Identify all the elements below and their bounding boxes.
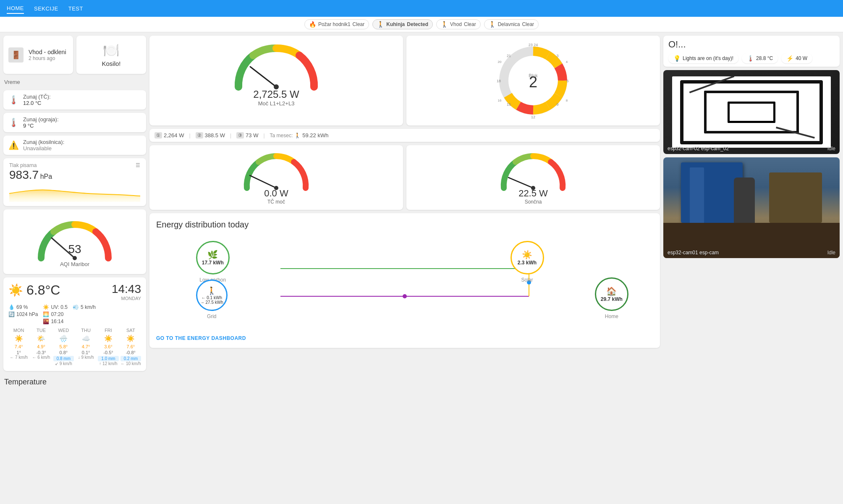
temp-zunaj-ograja[interactable]: 🌡️ Zunaj (ograja): 9 °C — [3, 113, 146, 132]
pressure-detail-icon: 🔄 — [8, 311, 15, 317]
svg-text:4: 4 — [566, 60, 568, 64]
weather-time: 14:43 — [112, 282, 141, 296]
camera-2-status: Idle — [827, 250, 835, 256]
forecast-tue: TUE 🌤️ 4.9° -0.3° ← 6 km/h — [31, 328, 51, 366]
main-power-gauge — [230, 41, 322, 95]
wind-val: 5 km/h — [81, 304, 96, 310]
aqi-card[interactable]: 53 AQI Maribor — [3, 209, 146, 274]
pressure-value-row: 983.7 hPa — [9, 168, 140, 182]
uv-icon: ☀️ — [43, 304, 49, 310]
svg-text:9: 9 — [556, 102, 558, 107]
sunset-val: 16:14 — [51, 319, 63, 324]
svg-text:12: 12 — [531, 115, 535, 119]
power-stat-l1: ① 2,264 W — [154, 132, 184, 138]
svg-line-22 — [508, 178, 533, 188]
thermometer-icon-1: 🌡️ — [8, 95, 19, 105]
warning-icon: ⚠️ — [8, 140, 19, 150]
phase2-icon: ② — [196, 132, 203, 138]
forecast-fri: FRI ☀️ 3.6° -0.5° 1.0 mm ↑ 12 km/h — [98, 328, 118, 366]
camera-2-image — [663, 157, 840, 258]
go-energy-link[interactable]: GO TO THE ENERGY DASHBOARD — [156, 335, 246, 341]
weather-card[interactable]: ☀️ 6.8°C 14:43 MONDAY 💧 69 % 🔄 1024 h — [3, 277, 146, 371]
camera-1-image — [663, 70, 840, 154]
power-pill-label: 40 W — [796, 55, 807, 61]
temp-info-2: Zunaj (ograja): 9 °C — [23, 116, 59, 129]
temp-zunaj-tc[interactable]: 🌡️ Zunaj (TČ): 12.0 °C — [3, 90, 146, 110]
kosilo-card[interactable]: 🍽️ Kosilo! — [76, 36, 146, 74]
phase1-icon: ① — [154, 132, 162, 138]
sensor-delavnica-status: Clear — [522, 21, 534, 27]
sunrise-val: 07:20 — [51, 311, 63, 317]
svg-text:8: 8 — [566, 99, 568, 102]
pressure-unit: hPa — [40, 173, 52, 180]
power-stat-l3-val: 73 W — [246, 132, 258, 138]
sensor-vhod[interactable]: 🚶 Vhod Clear — [436, 19, 481, 29]
weather-top: ☀️ 6.8°C 14:43 MONDAY — [8, 282, 141, 301]
nav-sekcije[interactable]: SEKCIJE — [34, 4, 58, 13]
svg-point-27 — [403, 294, 407, 298]
sensor-pozar[interactable]: 🔥 Požar hodnik1 Clear — [304, 19, 369, 29]
main-power-value: 2,725.5 W — [253, 89, 299, 100]
camera-card-2[interactable]: esp32-cam01 esp-cam Idle — [663, 157, 840, 258]
sensor-delavnica[interactable]: 🚶 Delavnica Clear — [484, 19, 539, 29]
clock-card[interactable]: 23 24 6 12 18 3 9 15 21 4 8 16 20 — [406, 36, 660, 125]
energy-dist-title: Energy distribution today — [156, 220, 653, 230]
svg-text:15: 15 — [507, 102, 511, 107]
energy-dist-card[interactable]: Energy distribution today 🌿 17.7 — [149, 213, 660, 348]
sensor-pozar-status: Clear — [353, 21, 365, 27]
weather-temp: 6.8°C — [26, 282, 60, 298]
soncna-card[interactable]: 22.5 W Sončna — [406, 145, 660, 210]
thermometer-icon-2: 🌡️ — [8, 118, 19, 128]
power-stat-l2-val: 388.5 W — [205, 132, 225, 138]
pressure-card[interactable]: Tlak pisarna ☰ 983.7 hPa — [3, 158, 146, 206]
main-power-card[interactable]: 2,725.5 W Moč L1+L2+L3 — [149, 36, 403, 125]
power-stat-month-val: 59.22 kWh — [302, 132, 328, 138]
light-icon: 💡 — [673, 55, 681, 62]
power-stats-row: ① 2,264 W | ② 388.5 W | ③ 73 W | Ta mese… — [149, 129, 660, 142]
status-pill-temp: 🌡️ 28.8 °C — [742, 53, 778, 63]
clock-radial-svg: 23 24 6 12 18 3 9 15 21 4 8 16 20 — [493, 41, 573, 120]
solar-label: Solar — [521, 277, 533, 283]
nav-home[interactable]: HOME — [7, 3, 24, 14]
walk-icon-3: 🚶 — [489, 21, 496, 28]
forecast-thu: THU ☁️ 4.7° 0.1° ↓ 9 km/h — [76, 328, 96, 366]
sensor-kuhinja-status: Detected — [407, 21, 428, 27]
entry-info: Vhod - odkleni 2 hours ago — [29, 49, 66, 61]
fire-icon: 🔥 — [309, 21, 316, 28]
svg-text:3: 3 — [556, 54, 558, 58]
svg-text:53: 53 — [68, 243, 81, 256]
lights-label: Lights are on (it's day)! — [683, 55, 733, 61]
temp-info-1: Zunaj (TČ): 12.0 °C — [23, 94, 51, 106]
tc-moc-card[interactable]: 0.0 W TČ moč — [149, 145, 403, 210]
power-stat-l1-val: 2,264 W — [164, 132, 184, 138]
pressure-detail-val: 1024 hPa — [16, 311, 38, 317]
soncna-label: Sončna — [518, 199, 548, 205]
entry-icon: 🚪 — [8, 47, 24, 63]
svg-text:20: 20 — [498, 60, 502, 64]
entry-card[interactable]: 🚪 Vhod - odkleni 2 hours ago — [3, 36, 73, 74]
bolt-icon: ⚡ — [786, 55, 793, 62]
small-gauge-row: 0.0 W TČ moč 22.5 W Sončna — [149, 145, 660, 210]
energy-lines-svg — [156, 236, 653, 329]
camera-2-label: esp32-cam01 esp-cam — [668, 250, 719, 256]
kosilo-label: Kosilo! — [102, 60, 120, 67]
forecast-wed: WED 🌧️ 5.8° 0.8° 0.8 mm ↙ 9 km/h — [53, 328, 74, 366]
pressure-label-text: Tlak pisarna — [9, 162, 37, 168]
camera-card-1[interactable]: esp32-cam-02 esp-cam_02 Idle — [663, 70, 840, 154]
uv-val: UV: 0.5 — [51, 304, 68, 310]
forecast: MON ☀️ 7.4° 1° ← 7 km/h TUE 🌤️ 4.9° -0.3… — [8, 328, 141, 366]
navbar: HOME SEKCIJE TEST — [0, 0, 843, 17]
svg-text:6: 6 — [566, 79, 568, 83]
main-power-label: Moč L1+L2+L3 — [253, 100, 299, 107]
temp-info-3: Zunaj (kosilnica): Unavailable — [23, 139, 64, 151]
temperature-section-label: Temperature — [3, 374, 146, 386]
temp-zunaj-kosilnica[interactable]: ⚠️ Zunaj (kosilnica): Unavailable — [3, 136, 146, 155]
pressure-value: 983.7 — [9, 168, 39, 181]
energy-node-lowcarbon: 🌿 17.7 kWh Low-carbon — [196, 241, 230, 283]
svg-line-3 — [250, 67, 276, 87]
sensor-kuhinja[interactable]: 🚶 Kuhinja Detected — [372, 19, 433, 29]
camera-1-status: Idle — [827, 146, 835, 151]
nav-test[interactable]: TEST — [68, 4, 83, 13]
tc-moc-label: TČ moč — [264, 199, 288, 205]
temp-label-2: Zunaj (ograja): — [23, 116, 59, 123]
